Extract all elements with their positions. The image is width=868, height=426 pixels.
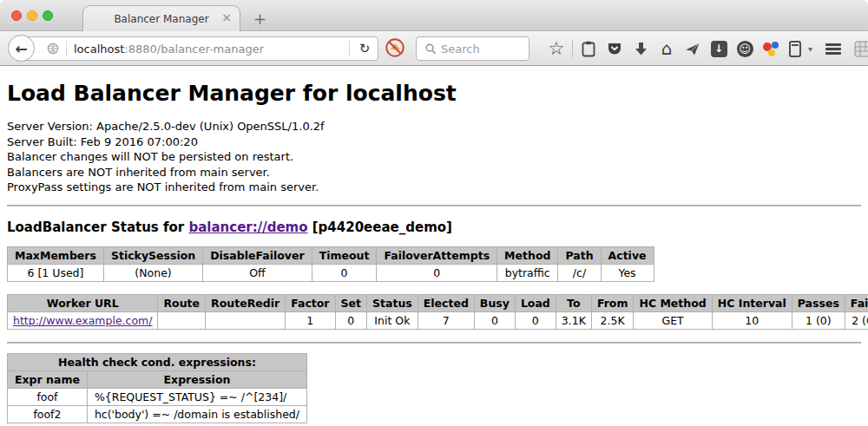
cell-active: Yes: [601, 264, 654, 281]
cell-hc-method: GET: [634, 311, 712, 329]
col-route: Route: [158, 294, 206, 311]
urlbar-divider: [66, 41, 67, 56]
video-download-arrow: ↓: [711, 41, 727, 57]
search-bar[interactable]: [416, 36, 529, 61]
col-maxmembers: MaxMembers: [8, 246, 104, 264]
container-extension-icon[interactable]: [788, 39, 802, 58]
cell-expr-name: foof2: [8, 405, 88, 423]
home-icon[interactable]: ⌂: [658, 39, 675, 58]
reload-icon[interactable]: ↻: [352, 41, 378, 56]
server-info: Server Version: Apache/2.5.0-dev (Unix) …: [7, 119, 861, 195]
col-hc-method: HC Method: [634, 294, 712, 311]
zoom-window-button[interactable]: [43, 10, 53, 21]
cell-path: /c/: [558, 264, 601, 281]
cell-expression: %{REQUEST_STATUS} =~ /^[234]/: [87, 388, 306, 405]
cell-status: Init Ok: [367, 311, 418, 329]
col-from: From: [591, 294, 634, 311]
col-elected: Elected: [418, 294, 474, 311]
navigation-toolbar: ← localhost:8880/balancer-manager ↻: [0, 31, 868, 66]
close-window-button[interactable]: [11, 10, 22, 21]
table-row: 6 [1 Used] (None) Off 0 0 bytraffic /c/ …: [8, 264, 654, 281]
col-busy: Busy: [474, 294, 515, 311]
cell-timeout: 0: [312, 264, 377, 281]
health-check-table: Health check cond. expressions: Expr nam…: [7, 353, 307, 423]
page-content: Load Balancer Manager for localhost Serv…: [0, 81, 868, 426]
divider-rule: [7, 342, 861, 344]
loadbalancer-status-heading: LoadBalancer Status for balancer://demo …: [7, 220, 861, 235]
cell-expression: hc('body') =~ /domain is established/: [87, 405, 306, 423]
table-title-row: Health check cond. expressions:: [8, 353, 307, 370]
url-domain: localhost: [74, 43, 124, 56]
smiley-face: ☺: [737, 41, 753, 57]
table-row: foof2 hc('body') =~ /domain is establish…: [8, 405, 307, 423]
col-load: Load: [515, 294, 556, 311]
cell-fails: 2 (0): [845, 311, 868, 329]
cell-routeredir: [206, 311, 286, 329]
back-button[interactable]: ←: [8, 35, 35, 62]
col-hc-interval: HC Interval: [712, 294, 792, 311]
col-to: To: [556, 294, 591, 311]
server-built-line: Server Built: Feb 9 2016 07:00:20: [7, 134, 861, 150]
balancer-demo-link[interactable]: balancer://demo: [188, 220, 307, 235]
status-suffix: [p4420eeae_demo]: [308, 220, 452, 235]
minimize-window-button[interactable]: [27, 10, 37, 21]
col-expr-name: Expr name: [8, 370, 88, 388]
col-disablefailover: DisableFailover: [203, 246, 312, 264]
worker-table: Worker URL Route RouteRedir Factor Set S…: [7, 294, 868, 330]
toolbar-separator: [572, 40, 573, 57]
search-input[interactable]: [441, 43, 519, 56]
url-bar[interactable]: localhost:8880/balancer-manager ↻: [22, 36, 378, 61]
persist-notice-line: Balancer changes will NOT be persisted o…: [7, 149, 861, 165]
search-icon: [424, 39, 437, 58]
download-arrow-icon[interactable]: [632, 39, 649, 58]
reload-divider: [349, 41, 350, 56]
table-header-row: Worker URL Route RouteRedir Factor Set S…: [8, 294, 868, 311]
table-grid-extension-icon[interactable]: [853, 39, 868, 58]
col-method: Method: [497, 246, 558, 264]
chevron-down-icon[interactable]: ▾: [808, 44, 812, 54]
cell-stickysession: (None): [103, 264, 202, 281]
video-download-icon[interactable]: ↓: [710, 39, 727, 58]
tab-balancer-manager[interactable]: Balancer Manager ×: [82, 5, 240, 31]
clipboard-icon[interactable]: [580, 39, 597, 58]
table-header-row: Expr name Expression: [8, 370, 307, 388]
cell-disablefailover: Off: [203, 264, 312, 281]
col-expression: Expression: [87, 370, 306, 388]
worker-url-link[interactable]: http://www.example.com/: [13, 314, 152, 327]
reload-area: ↻: [347, 37, 378, 60]
col-failoverattempts: FailoverAttempts: [377, 246, 497, 264]
table-row: http://www.example.com/ 1 0 Init Ok 7 0 …: [8, 311, 868, 329]
cell-factor: 1: [286, 311, 335, 329]
cell-maxmembers: 6 [1 Used]: [8, 264, 104, 281]
cell-load: 0: [515, 311, 556, 329]
send-plane-icon[interactable]: [684, 39, 701, 58]
cell-from: 2.5K: [591, 311, 634, 329]
bookmark-star-icon[interactable]: ☆: [548, 39, 565, 58]
cell-set: 0: [335, 311, 366, 329]
col-status: Status: [367, 294, 418, 311]
tab-close-icon[interactable]: ×: [221, 11, 232, 23]
globe-icon: [46, 39, 59, 58]
col-routeredir: RouteRedir: [206, 294, 286, 311]
col-set: Set: [335, 294, 366, 311]
cell-elected: 7: [418, 311, 474, 329]
new-tab-button[interactable]: +: [253, 10, 266, 28]
cell-worker-url: http://www.example.com/: [8, 311, 158, 329]
col-active: Active: [601, 246, 654, 264]
cell-expr-name: foof: [8, 388, 88, 405]
back-icon: ←: [15, 40, 27, 57]
col-timeout: Timeout: [312, 246, 377, 264]
table-header-row: MaxMembers StickySession DisableFailover…: [8, 246, 654, 264]
url-path: :8880/balancer-manager: [124, 43, 264, 56]
cell-busy: 0: [474, 311, 515, 329]
page-title: Load Balancer Manager for localhost: [7, 81, 861, 106]
table-row: foof %{REQUEST_STATUS} =~ /^[234]/: [8, 388, 307, 405]
blocked-plugin-icon[interactable]: [385, 37, 405, 62]
titlebar: Balancer Manager × +: [0, 0, 868, 31]
colored-dots-extension-icon[interactable]: [762, 40, 779, 57]
smiley-extension-icon[interactable]: ☺: [736, 39, 753, 58]
status-prefix: LoadBalancer Status for: [7, 220, 188, 235]
toolbar-icons: ☆ ⌂ ↓ ☺ ▾: [543, 36, 868, 61]
menu-hamburger-icon[interactable]: [825, 39, 842, 58]
pocket-icon[interactable]: [606, 39, 623, 58]
